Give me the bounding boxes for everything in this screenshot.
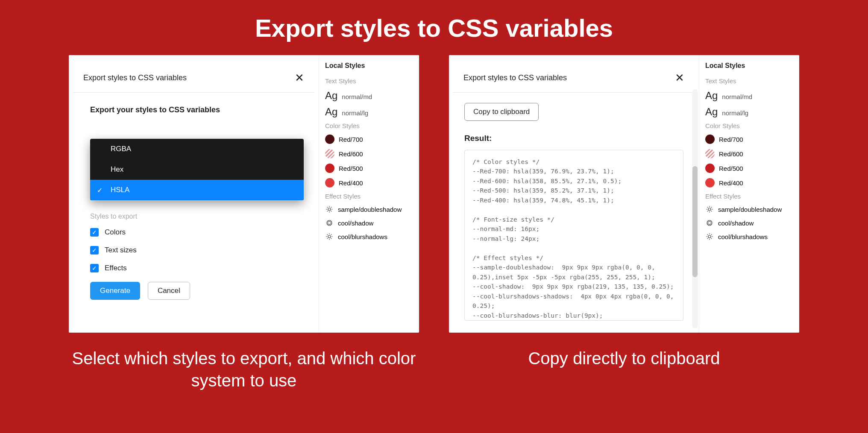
color-style-row[interactable]: Red/400: [705, 178, 793, 187]
color-swatch-icon: [325, 149, 334, 158]
color-style-row[interactable]: Red/700: [705, 135, 793, 144]
color-style-row[interactable]: Red/500: [325, 164, 413, 173]
text-style-row[interactable]: Ag normal/md: [325, 90, 413, 102]
svg-line-8: [331, 207, 332, 208]
svg-line-26: [711, 211, 712, 212]
panel-left: Export styles to CSS variables ✕ Export …: [69, 55, 419, 333]
effect-styles-section: Effect Styles: [705, 193, 793, 200]
text-style-row[interactable]: Ag normal/lg: [705, 106, 793, 118]
svg-point-11: [328, 235, 331, 238]
svg-line-36: [707, 234, 708, 235]
check-icon: ✓: [97, 186, 103, 194]
text-style-row[interactable]: Ag normal/md: [705, 90, 793, 102]
result-code-box[interactable]: /* Color styles */ --Red-700: hsla(359, …: [464, 150, 683, 321]
svg-line-5: [327, 207, 328, 208]
sun-icon: [705, 205, 714, 214]
color-swatch-icon: [325, 164, 334, 173]
sun-icon: [325, 205, 334, 214]
ring-icon: [705, 219, 714, 227]
effect-style-row[interactable]: sample/doubleshadow: [325, 205, 413, 214]
color-swatch-icon: [705, 178, 715, 187]
modal-header: Export styles to CSS variables ✕: [73, 64, 314, 93]
color-swatch-icon: [705, 149, 715, 158]
color-styles-section: Color Styles: [705, 122, 793, 129]
text-styles-section: Text Styles: [705, 77, 793, 85]
svg-point-20: [708, 208, 711, 211]
svg-line-39: [711, 234, 712, 235]
ag-sample: Ag: [705, 90, 718, 102]
color-swatch-icon: [705, 164, 715, 173]
scrollbar[interactable]: [692, 89, 698, 328]
svg-line-27: [707, 211, 708, 212]
checkbox-icon: ✓: [90, 264, 99, 272]
local-styles-panel: Local Styles Text Styles Ag normal/md Ag…: [699, 55, 799, 333]
color-style-row[interactable]: Red/500: [705, 164, 793, 173]
panel-caption: Copy directly to clipboard: [449, 347, 799, 369]
generate-button[interactable]: Generate: [90, 282, 140, 300]
text-style-row[interactable]: Ag normal/lg: [325, 106, 413, 118]
modal-title: Export styles to CSS variables: [83, 73, 187, 82]
svg-point-30: [708, 221, 711, 225]
svg-point-10: [328, 221, 331, 225]
export-heading: Export your styles to CSS variables: [90, 105, 299, 114]
checkbox-text-sizes[interactable]: ✓ Text sizes: [90, 246, 299, 255]
dropdown-item-hex[interactable]: Hex: [90, 159, 304, 180]
color-styles-section: Color Styles: [325, 122, 413, 129]
panel-caption: Select which styles to export, and which…: [69, 347, 419, 392]
cancel-button[interactable]: Cancel: [148, 282, 190, 300]
effect-style-row[interactable]: cool/blurshadows: [325, 232, 413, 241]
effect-style-row[interactable]: cool/shadow: [325, 219, 413, 227]
svg-line-7: [327, 211, 328, 212]
svg-line-37: [711, 238, 712, 239]
checkbox-icon: ✓: [90, 246, 99, 255]
color-style-row[interactable]: Red/600: [325, 149, 413, 158]
svg-line-19: [331, 234, 332, 235]
local-styles-title: Local Styles: [705, 62, 793, 70]
color-style-row[interactable]: Red/700: [325, 135, 413, 144]
effect-style-row[interactable]: sample/doubleshadow: [705, 205, 793, 214]
svg-line-28: [711, 207, 712, 208]
color-format-dropdown: RGBA Hex ✓ HSLA: [90, 139, 304, 200]
ring-icon: [325, 219, 334, 227]
ag-sample: Ag: [705, 106, 718, 118]
text-styles-section: Text Styles: [325, 77, 413, 85]
styles-to-export-label: Styles to export: [90, 213, 299, 220]
effect-styles-section: Effect Styles: [325, 193, 413, 200]
ag-sample: Ag: [325, 106, 337, 118]
color-swatch-icon: [705, 135, 715, 144]
dropdown-item-hsla[interactable]: ✓ HSLA: [90, 180, 304, 200]
checkbox-icon: ✓: [90, 228, 99, 237]
result-label: Result:: [464, 134, 699, 143]
svg-point-0: [328, 208, 331, 211]
ag-sample: Ag: [325, 90, 337, 102]
checkbox-effects[interactable]: ✓ Effects: [90, 264, 299, 272]
effect-style-row[interactable]: cool/blurshadows: [705, 232, 793, 241]
svg-line-25: [707, 207, 708, 208]
effect-style-row[interactable]: cool/shadow: [705, 219, 793, 227]
color-swatch-icon: [325, 178, 334, 187]
page-title: Export styles to CSS variables: [0, 0, 868, 55]
panel-right: Export styles to CSS variables ✕ Copy to…: [449, 55, 799, 333]
sun-icon: [705, 232, 714, 241]
svg-line-17: [331, 238, 332, 239]
dropdown-item-rgba[interactable]: RGBA: [90, 139, 304, 159]
color-style-row[interactable]: Red/400: [325, 178, 413, 187]
color-style-row[interactable]: Red/600: [705, 149, 793, 158]
local-styles-title: Local Styles: [325, 62, 413, 70]
copy-to-clipboard-button[interactable]: Copy to clipboard: [464, 103, 539, 121]
close-icon[interactable]: ✕: [675, 71, 684, 85]
sun-icon: [325, 232, 334, 241]
svg-line-38: [707, 238, 708, 239]
scrollbar-thumb[interactable]: [692, 166, 698, 277]
svg-line-18: [327, 238, 328, 239]
local-styles-panel: Local Styles Text Styles Ag normal/md Ag…: [319, 55, 419, 333]
svg-point-31: [708, 235, 711, 238]
svg-line-16: [327, 234, 328, 235]
modal-header: Export styles to CSS variables ✕: [453, 64, 695, 93]
color-swatch-icon: [325, 135, 334, 144]
close-icon[interactable]: ✕: [295, 71, 304, 85]
modal-title: Export styles to CSS variables: [463, 73, 567, 82]
svg-line-6: [331, 211, 332, 212]
checkbox-colors[interactable]: ✓ Colors: [90, 228, 299, 237]
